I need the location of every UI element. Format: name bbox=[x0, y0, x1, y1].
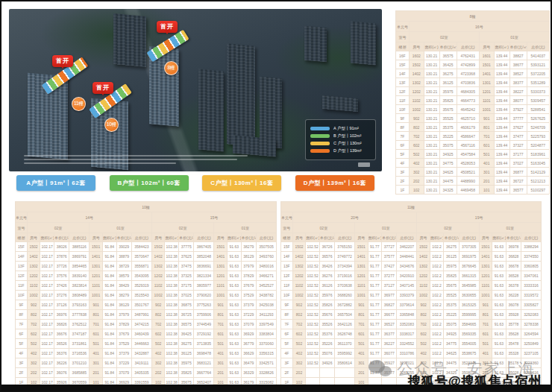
value-cell: 34325 bbox=[439, 186, 457, 195]
value-cell: 3432887 bbox=[131, 349, 151, 358]
room-no-cell: 1002 bbox=[151, 291, 165, 300]
room-no-cell: 802 bbox=[409, 123, 424, 132]
table-title: 10幢 bbox=[16, 202, 277, 212]
value-cell: 35225 bbox=[444, 310, 459, 320]
room-no-cell: 501 bbox=[355, 339, 368, 349]
room-no-cell: 1401 bbox=[479, 69, 494, 78]
value-cell: 91.63 bbox=[492, 329, 506, 339]
column-header: 面积(㎡) bbox=[102, 233, 116, 242]
column-header: 单价(元/㎡) bbox=[506, 233, 521, 242]
room-no-cell: 301 bbox=[214, 358, 228, 368]
value-cell: 35526 bbox=[319, 320, 334, 329]
value-cell: 130.21 bbox=[424, 69, 439, 78]
value-cell: 3333316 bbox=[521, 281, 542, 291]
table-row: 3F302130.21346254508521301139.4436877514… bbox=[396, 168, 550, 177]
value-cell: 37625 bbox=[179, 252, 194, 262]
room-no-cell: 302 bbox=[292, 358, 306, 368]
room-no-cell: 802 bbox=[417, 310, 430, 320]
value-cell: 102.2 bbox=[430, 262, 444, 271]
value-cell: 35778 bbox=[506, 320, 521, 329]
value-cell: 91.84 bbox=[102, 329, 116, 339]
value-cell: 102.2 bbox=[430, 349, 444, 358]
room-no-cell: 202 bbox=[292, 368, 306, 378]
value-cell: 36076 bbox=[54, 368, 69, 378]
table-row: 15F1502102.52367263765150150191.77377273… bbox=[281, 242, 542, 252]
value-cell: 36726 bbox=[319, 242, 334, 252]
room-no-cell: 1102 bbox=[151, 281, 165, 291]
column-header: 面积(㎡) bbox=[228, 233, 242, 242]
value-cell: 37777 bbox=[509, 114, 527, 123]
value-cell: 38377 bbox=[509, 78, 527, 87]
room-no-cell: 1302 bbox=[417, 262, 430, 271]
room-no-cell: 1402 bbox=[151, 252, 165, 262]
value-cell: 139.44 bbox=[494, 78, 509, 87]
value-cell: 3493760 bbox=[256, 252, 276, 262]
value-cell: 35376 bbox=[319, 329, 334, 339]
value-cell: 37127 bbox=[382, 281, 397, 291]
room-no-cell: 1301 bbox=[355, 262, 368, 271]
value-cell: 91.84 bbox=[102, 358, 116, 368]
value-cell: 35675 bbox=[444, 281, 459, 291]
table-row: 5F502130.21349254547584501139.4437177518… bbox=[396, 150, 550, 159]
value-cell: 3501767 bbox=[131, 300, 151, 310]
table-row: 13F1302130.213612547038361301139.4438377… bbox=[396, 78, 550, 87]
value-cell: 3569335 bbox=[459, 329, 479, 339]
value-cell: 35225 bbox=[439, 132, 457, 141]
unit-type-pill-row: A户型丨91m²丨62套 B户型丨102m²丨60套 C户型丨130m²丨16套… bbox=[9, 175, 382, 192]
unit-type-pill-a: A户型丨91m²丨62套 bbox=[16, 175, 95, 191]
floor-cell: 10F bbox=[396, 105, 410, 114]
table-row: 7F702102.1736826376251270191.84378293474… bbox=[16, 320, 277, 329]
value-cell: 3688260 bbox=[335, 291, 355, 300]
value-cell: 5330373 bbox=[527, 87, 549, 96]
room-no-cell: 702 bbox=[292, 320, 306, 329]
room-no-cell: 402 bbox=[27, 349, 40, 358]
value-cell: 36376 bbox=[54, 349, 69, 358]
value-cell: 91.63 bbox=[492, 339, 506, 349]
room-no-cell: 902 bbox=[151, 300, 165, 310]
floor-cell: 7F bbox=[396, 132, 410, 141]
value-cell: 3777838 bbox=[69, 310, 90, 320]
room-no-cell: 802 bbox=[151, 310, 165, 320]
room-no-cell: 602 bbox=[27, 329, 40, 339]
room-no-cell: 1001 bbox=[479, 291, 492, 300]
value-cell: 3543095 bbox=[131, 271, 151, 281]
room-no-cell: 501 bbox=[479, 150, 494, 159]
value-cell: 37627 bbox=[509, 123, 527, 132]
value-cell: 36677 bbox=[382, 310, 397, 320]
room-no-cell: 1402 bbox=[417, 252, 430, 262]
value-cell: 37679 bbox=[241, 281, 256, 291]
floor-cell: 15F bbox=[396, 60, 410, 69]
value-cell: 130.21 bbox=[424, 51, 439, 60]
value-cell: 35675 bbox=[439, 105, 457, 114]
table-row: 14F1402102.17378763869791140191.84388793… bbox=[16, 252, 277, 262]
value-cell: 36125 bbox=[439, 78, 457, 87]
value-cell: 37775 bbox=[179, 242, 194, 252]
value-cell: 35628 bbox=[506, 329, 521, 339]
value-cell: 3867405 bbox=[194, 242, 214, 252]
price-table-building-10: 10幢单元号14号15号室号02室01室02室01室楼层房号面积(㎡)单价(元/… bbox=[15, 201, 277, 388]
column-header: 房号 bbox=[90, 233, 103, 242]
value-cell: 36228 bbox=[506, 291, 521, 300]
value-cell: 36577 bbox=[509, 186, 527, 195]
value-cell: 3462207 bbox=[397, 242, 417, 252]
value-cell: 37277 bbox=[382, 271, 397, 281]
value-cell: 37529 bbox=[241, 291, 256, 300]
room-no-cell: 301 bbox=[355, 358, 368, 368]
legend-color-bar bbox=[310, 134, 330, 138]
room-no-cell: 701 bbox=[90, 320, 103, 329]
value-cell: 37679 bbox=[116, 329, 131, 339]
value-cell: 37379 bbox=[241, 300, 256, 310]
floor-cell: 4F bbox=[396, 159, 410, 168]
column-header: 总价(元) bbox=[194, 233, 214, 242]
value-cell: 37726 bbox=[54, 262, 69, 271]
value-cell: 35928 bbox=[506, 310, 521, 320]
value-cell: 37079 bbox=[241, 320, 256, 329]
value-cell: 3374550 bbox=[521, 252, 542, 262]
room-no-cell: 1101 bbox=[90, 281, 103, 291]
value-cell: 3701210 bbox=[69, 358, 90, 368]
value-cell: 36526 bbox=[54, 339, 69, 349]
column-header: 单价(元/㎡) bbox=[444, 233, 459, 242]
value-cell: 3719016 bbox=[335, 271, 355, 281]
value-cell: 130.21 bbox=[424, 168, 439, 177]
room-number: 01室 bbox=[355, 223, 417, 233]
